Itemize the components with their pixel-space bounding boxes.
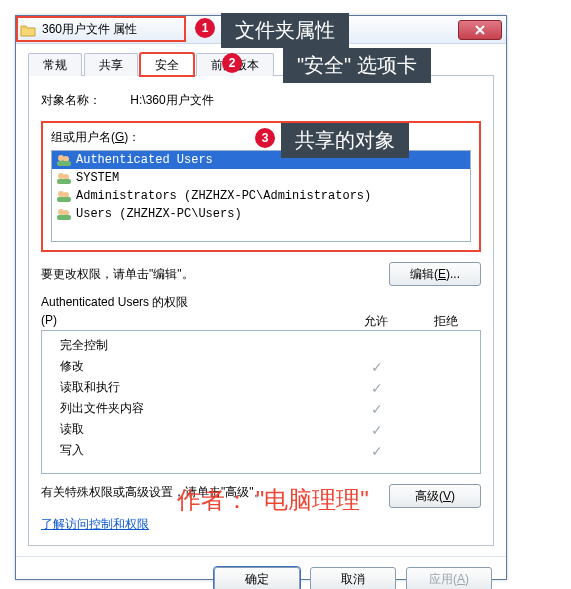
dialog-body: 常规 共享 安全 前的版本 自定义 对象名称： H:\360用户文件 组或用户名… — [16, 44, 506, 556]
check-icon: ✓ — [346, 422, 408, 438]
object-name-value: H:\360用户文件 — [130, 93, 213, 107]
check-icon: ✓ — [346, 359, 408, 375]
help-link-row: 了解访问控制和权限 — [41, 516, 481, 533]
svg-rect-11 — [57, 215, 71, 220]
perm-name: 读取 — [52, 421, 346, 438]
apply-button[interactable]: 应用(A) — [406, 567, 492, 589]
permissions-list[interactable]: 完全控制 修改 ✓ 读取和执行 ✓ 列出文件夹内容 ✓ — [41, 330, 481, 474]
tab-general[interactable]: 常规 — [28, 53, 82, 76]
perm-name: 读取和执行 — [52, 379, 346, 396]
annotation-label-2: "安全" 选项卡 — [283, 48, 431, 83]
cancel-button[interactable]: 取消 — [310, 567, 396, 589]
list-item-label: Users (ZHZHZX-PC\Users) — [76, 207, 242, 221]
users-icon — [56, 189, 72, 203]
annotation-label-1: 文件夹属性 — [221, 13, 349, 48]
perm-row: 读取 ✓ — [42, 419, 480, 440]
check-icon: ✓ — [346, 401, 408, 417]
annotation-label-3: 共享的对象 — [281, 123, 409, 158]
perm-name: 修改 — [52, 358, 346, 375]
folder-icon — [20, 23, 36, 37]
list-item-label: SYSTEM — [76, 171, 119, 185]
svg-rect-8 — [57, 197, 71, 202]
col-deny: 拒绝 — [411, 313, 481, 330]
perm-row: 修改 ✓ — [42, 356, 480, 377]
tab-security[interactable]: 安全 — [140, 53, 194, 76]
ok-button[interactable]: 确定 — [214, 567, 300, 589]
list-item-label: Administrators (ZHZHZX-PC\Administrators… — [76, 189, 371, 203]
svg-rect-5 — [57, 179, 71, 184]
permissions-title: Authenticated Users 的权限 — [41, 294, 481, 311]
edit-row: 要更改权限，请单击"编辑"。 编辑(E)... — [41, 262, 481, 286]
perm-name: 完全控制 — [52, 337, 346, 354]
edit-button[interactable]: 编辑(E)... — [389, 262, 481, 286]
object-name-label: 对象名称： — [41, 92, 127, 109]
col-allow: 允许 — [341, 313, 411, 330]
author-watermark: 作者： "电脑理理" — [177, 484, 369, 516]
svg-point-6 — [58, 191, 64, 197]
dialog-buttons: 确定 取消 应用(A) — [16, 556, 506, 589]
tab-sharing[interactable]: 共享 — [84, 53, 138, 76]
perm-row: 完全控制 — [42, 335, 480, 356]
user-list[interactable]: Authenticated Users SYSTEM Administrator… — [51, 150, 471, 242]
list-item[interactable]: SYSTEM — [52, 169, 470, 187]
perm-name: 列出文件夹内容 — [52, 400, 346, 417]
perm-row: 写入 ✓ — [42, 440, 480, 461]
users-icon — [56, 207, 72, 221]
close-icon — [474, 25, 486, 35]
users-icon — [56, 153, 72, 167]
check-icon: ✓ — [346, 443, 408, 459]
perm-name: 写入 — [52, 442, 346, 459]
permissions-header: (P) 允许 拒绝 — [41, 313, 481, 330]
annotation-badge-1: 1 — [195, 18, 215, 38]
users-icon — [56, 171, 72, 185]
help-link[interactable]: 了解访问控制和权限 — [41, 517, 149, 531]
list-item[interactable]: Users (ZHZHZX-PC\Users) — [52, 205, 470, 223]
advanced-button[interactable]: 高级(V) — [389, 484, 481, 508]
object-name-row: 对象名称： H:\360用户文件 — [41, 92, 481, 109]
svg-point-0 — [58, 155, 64, 161]
svg-point-3 — [58, 173, 64, 179]
close-button[interactable] — [458, 20, 502, 40]
list-item[interactable]: Administrators (ZHZHZX-PC\Administrators… — [52, 187, 470, 205]
list-item-label: Authenticated Users — [76, 153, 213, 167]
svg-rect-2 — [57, 161, 71, 166]
perm-row: 读取和执行 ✓ — [42, 377, 480, 398]
perm-row: 列出文件夹内容 ✓ — [42, 398, 480, 419]
annotation-badge-3: 3 — [255, 128, 275, 148]
edit-hint: 要更改权限，请单击"编辑"。 — [41, 266, 194, 283]
annotation-badge-2: 2 — [222, 53, 242, 73]
check-icon: ✓ — [346, 380, 408, 396]
svg-point-9 — [58, 209, 64, 215]
